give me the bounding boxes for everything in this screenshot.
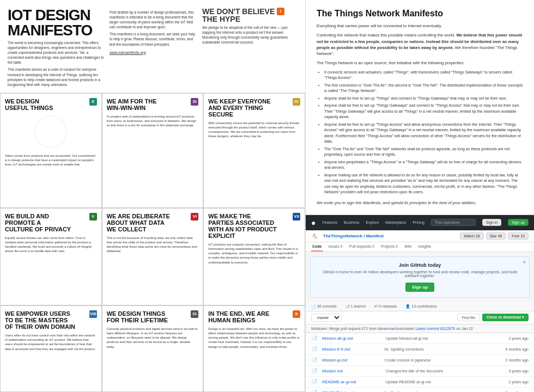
section-2-body: A complex web of stakeholders is forming…	[107, 114, 199, 127]
tab-insights[interactable]: Insights	[417, 242, 432, 252]
tab-code[interactable]: Code	[311, 242, 323, 252]
badge-5: V	[89, 213, 97, 220]
section-5-title: WE ARE DELIBERATEABOUT WHAT DATAWE COLLE…	[107, 213, 189, 232]
section-3-header: WE KEEP EVERYONEAND EVERY THINGSECURE IV	[208, 98, 300, 118]
nav-pricing[interactable]: Pricing	[412, 220, 424, 224]
file-icon: 📄	[311, 368, 318, 374]
fork-button[interactable]: Fork 13	[508, 232, 529, 240]
repo-name[interactable]: TheThingsNetwork / Manifest	[323, 234, 384, 238]
tab-issues[interactable]: Issues 0	[327, 242, 344, 252]
tab-wiki[interactable]: Wiki	[403, 242, 412, 252]
section-secure: WE KEEP EVERYONEAND EVERY THINGSECURE IV…	[203, 93, 305, 208]
right-panel: The Things Network Manifesto Everything …	[305, 0, 534, 392]
github-logo: ●	[311, 218, 315, 227]
file-name[interactable]: Mission.md	[322, 369, 381, 373]
tab-pullrequests[interactable]: Pull requests 0	[348, 242, 375, 252]
badge-2: II	[89, 98, 97, 106]
section-deliberate: WE ARE DELIBERATEABOUT WHAT DATAWE COLLE…	[102, 208, 204, 305]
github-octocat-icon: 🐁	[311, 232, 319, 240]
doc-para4: The Things Network is an open source, fr…	[317, 60, 523, 66]
file-msg: Create mission in japanese	[385, 358, 501, 362]
doc-list: It connects sensors and actuators, calle…	[317, 70, 523, 195]
file-row-mission-ja: 📄 Mission-ja.md Create mission in japane…	[306, 355, 534, 366]
gh-search-input[interactable]: This repository	[431, 219, 476, 226]
badge-9: IX	[191, 310, 198, 318]
file-icon: 📄	[311, 379, 318, 385]
section-human: IN THE END, WE AREHUMAN BEINGS X Design …	[203, 305, 305, 392]
section-5-header: WE ARE DELIBERATEABOUT WHAT DATAWE COLLE…	[107, 213, 199, 232]
manifesto-link[interactable]: www.iotmanifesto.org	[110, 50, 197, 56]
section-8-header: WE DESIGN THINGSFOR THEIR LIFETIME IX	[107, 310, 199, 323]
tab-projects[interactable]: Projects 0	[380, 242, 399, 252]
file-icon: 📄	[311, 335, 318, 341]
nav-marketplace[interactable]: Marketplace	[385, 220, 406, 224]
nav-explore[interactable]: Explore	[366, 220, 379, 224]
find-file-button[interactable]: Find file	[457, 314, 481, 321]
file-row-mission: 📄 Mission.md Changed the title of the do…	[306, 366, 534, 377]
file-name[interactable]: README-ar-gr.md	[322, 379, 381, 384]
commit-sha[interactable]: Latest commit b512876	[415, 327, 455, 330]
section-win-win: WE AIM FOR THEWIN-WIN-WIN III A complex …	[102, 93, 204, 208]
signin-button[interactable]: Sign in	[482, 219, 501, 226]
clone-button[interactable]: Clone or download ▾	[482, 314, 529, 321]
file-msg: Update README-ar-gr.md	[386, 380, 505, 384]
join-title: Join GitHub today	[316, 262, 524, 268]
file-row-mission-fr: 📄 Mission-fr-fr.md fix: Spelling correct…	[306, 344, 534, 355]
stat-commits: 📄 36 commits	[311, 304, 337, 309]
file-icon: 📄	[311, 346, 318, 352]
gh-repo-bar: 🐁 TheThingsNetwork / Manifest Watch 28 S…	[306, 230, 534, 242]
file-msg: fix: Spelling corrections	[385, 347, 501, 351]
list-item: Anyone shall be free to set up "Things G…	[324, 103, 523, 120]
section-1-title: WE DESIGNUSEFUL THINGS	[5, 98, 87, 111]
commit-time: on Jan 22	[456, 327, 473, 330]
commit-message: Mobiuser: Merge pull request #71 from da…	[311, 327, 414, 330]
join-signup-button[interactable]: Sign up	[405, 283, 434, 292]
sections-grid: WE DESIGNUSEFUL THINGS II Value comes fr…	[0, 93, 305, 392]
list-item: Anyone shall be free to set up "Things" …	[324, 96, 523, 102]
section-1-header: WE DESIGNUSEFUL THINGS II	[5, 98, 97, 111]
doc-para1: Everything that carries power will be co…	[317, 23, 523, 29]
section-6-header: WE MAKE THEPARTIES ASSOCIATEDWITH AN IOT…	[208, 213, 300, 239]
file-name[interactable]: Mission-fr-fr.md	[322, 347, 380, 352]
join-desc: GitHub is home to over 40 million develo…	[316, 270, 524, 278]
section-8-body: Currently physical products and digital …	[107, 327, 199, 349]
nav-business[interactable]: Business	[344, 220, 359, 224]
nav-features[interactable]: Features	[322, 220, 337, 224]
stat-contributors: 👤 13 contributors	[405, 304, 436, 309]
manifesto-title: IOT DESIGN MANIFESTO	[8, 8, 104, 38]
signup-button[interactable]: Sign up	[508, 219, 529, 226]
doc-para2: Controlling the network that makes this …	[317, 32, 523, 57]
we-dont-title: WE DON'T BELIEVE THE HYPE	[202, 8, 275, 23]
file-name[interactable]: Mission-ja.md	[322, 358, 380, 363]
badge-7: VII	[293, 213, 300, 220]
badge-3: III	[191, 98, 198, 106]
list-item: Anyone shall be free to set up "Things A…	[324, 122, 523, 145]
branch-selector[interactable]: master	[311, 314, 342, 322]
file-name[interactable]: Mission-all-gr.md	[322, 336, 381, 341]
badge-8: VIII	[89, 310, 97, 318]
section-3-title: WE KEEP EVERYONEAND EVERY THINGSECURE	[208, 98, 290, 118]
github-panel: ● Features Business Explore Marketplace …	[306, 215, 534, 392]
doc-footer: We invite you to sign this Manifesto, an…	[317, 200, 523, 206]
gh-file-list: 📄 Mission-all-gr.md Update Mission-all-g…	[306, 333, 534, 392]
section-6-body: IoT products are uniquely connected, mak…	[208, 242, 300, 265]
join-github-banner: × Join GitHub today GitHub is home to ov…	[310, 256, 530, 298]
stat-releases: 🏷 0 releases	[374, 304, 397, 309]
section-lifetime: WE DESIGN THINGSFOR THEIR LIFETIME IX Cu…	[102, 305, 204, 392]
gh-tabs: Code Issues 0 Pull requests 0 Projects 0…	[306, 242, 534, 252]
watch-button[interactable]: Watch 28	[460, 232, 483, 240]
header-middle: First drafted by a number of design prof…	[110, 8, 197, 55]
header-left: IOT DESIGN MANIFESTO The world is becomi…	[8, 8, 104, 87]
file-row-mission-gr: 📄 Mission-all-gr.md Update Mission-all-g…	[306, 333, 534, 344]
header-desc1: The world is becoming increasingly conne…	[8, 40, 104, 65]
header-desc2: This manifesto serves as a code of condu…	[8, 67, 104, 87]
section-5-body: This is not the business of hoarding dat…	[107, 236, 199, 253]
section-7-body: Users often do not have control over the…	[5, 333, 97, 351]
dismiss-button[interactable]: ×	[523, 259, 526, 265]
we-dont-block: WE DON'T BELIEVE THE HYPE I We pledge to…	[202, 8, 298, 45]
star-button[interactable]: Star 49	[486, 232, 506, 240]
file-row-readme-ar: 📄 README-ar-gr.md Update README-ar-gr.md…	[306, 377, 534, 388]
manifesto-header: IOT DESIGN MANIFESTO The world is becomi…	[0, 0, 305, 93]
header-pledge: We pledge to be skeptical of the cult of…	[202, 25, 298, 45]
section-empower: WE EMPOWER USERSTO BE THE MASTERSOF THEI…	[0, 305, 102, 392]
